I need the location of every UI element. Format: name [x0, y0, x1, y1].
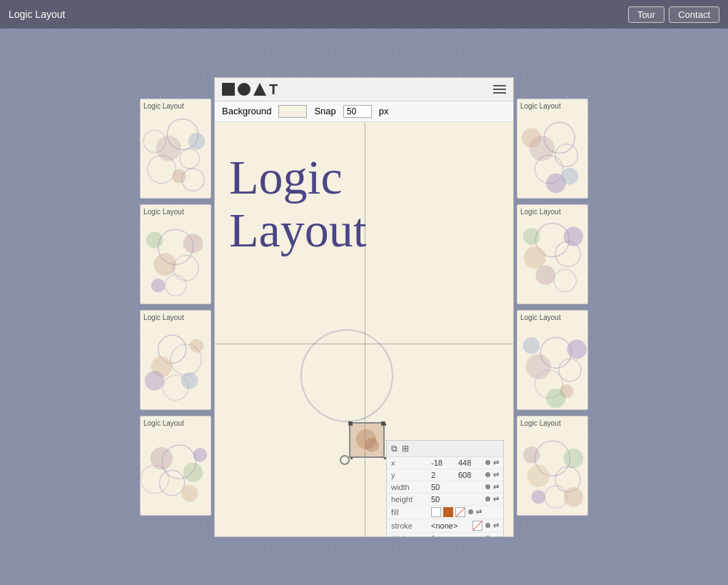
fill-orange-swatch[interactable]: [443, 507, 453, 517]
svg-point-51: [559, 359, 581, 381]
canvas-title: Logic Layout: [229, 151, 367, 258]
svg-point-45: [535, 265, 555, 284]
prop-dot: [485, 496, 490, 501]
logo-square: [222, 83, 235, 96]
svg-point-12: [183, 234, 203, 253]
prop-stroke-label: stroke: [391, 521, 428, 530]
prop-thickness-value[interactable]: 1: [431, 534, 482, 536]
decorative-circle: [300, 329, 393, 422]
svg-point-43: [524, 246, 546, 268]
prop-dot: [485, 484, 490, 489]
bg-label: Background: [222, 106, 271, 116]
left-thumb-3[interactable]: Logic Layout: [140, 310, 211, 410]
svg-point-47: [523, 228, 540, 245]
prop-y-val1[interactable]: 2: [431, 471, 455, 479]
prop-stroke-value[interactable]: <none>: [431, 521, 470, 530]
topbar-buttons: Tour Contact: [628, 6, 719, 23]
logo-circle: [238, 83, 251, 96]
svg-point-13: [165, 274, 186, 295]
svg-point-11: [146, 231, 163, 249]
prop-width-label: width: [391, 483, 428, 491]
thumb-title: Logic Layout: [517, 416, 587, 429]
thumb-title: Logic Layout: [141, 416, 211, 429]
prop-fill-row: fill ⇄: [387, 506, 503, 519]
fill-none-swatch[interactable]: [455, 507, 465, 517]
properties-panel: ⧉ ⊞ x -18 448 ⇄ y 2 608: [386, 440, 504, 536]
prop-y-label: y: [391, 471, 428, 479]
stroke-none-swatch[interactable]: [472, 521, 482, 531]
app-title: Logic Layout: [9, 9, 65, 20]
connector-node[interactable]: [340, 455, 350, 465]
svg-point-28: [193, 448, 207, 462]
prop-link[interactable]: ⇄: [493, 495, 499, 503]
svg-point-64: [564, 486, 583, 506]
selected-element[interactable]: [349, 422, 385, 458]
prop-width-value[interactable]: 50: [431, 483, 482, 491]
prop-y-row: y 2 608 ⇄: [387, 469, 503, 481]
props-icons-row: ⧉ ⊞: [387, 441, 503, 457]
thumb-title: Logic Layout: [517, 311, 587, 324]
left-thumb-1[interactable]: Logic Layout: [140, 99, 211, 199]
prop-link[interactable]: ⇄: [493, 459, 499, 466]
svg-point-56: [546, 388, 565, 407]
svg-point-41: [546, 173, 565, 192]
prop-x-label: x: [391, 459, 428, 467]
canvas-toolbar: T: [215, 78, 513, 101]
svg-rect-31: [350, 424, 353, 426]
contact-button[interactable]: Contact: [669, 6, 719, 23]
main-area: Logic Layout Logic Layout: [0, 29, 728, 585]
svg-point-54: [523, 337, 540, 354]
copy-icon[interactable]: ⧉: [391, 444, 398, 454]
logo-triangle: [253, 83, 266, 96]
prop-y-val2[interactable]: 608: [458, 471, 482, 479]
svg-point-2: [180, 149, 199, 168]
prop-x-val2[interactable]: 448: [458, 459, 482, 467]
bg-row: Background Snap px: [215, 101, 513, 122]
paste-icon[interactable]: ⊞: [402, 444, 409, 454]
left-thumb-2[interactable]: Logic Layout: [140, 204, 211, 304]
prop-link[interactable]: ⇄: [476, 508, 482, 516]
svg-point-24: [183, 462, 203, 481]
center-panel: T Background Snap px: [214, 77, 514, 537]
snap-label: Snap: [314, 106, 335, 116]
fill-white-swatch[interactable]: [431, 507, 441, 517]
logo-icons: T: [222, 82, 278, 96]
thumb-title: Logic Layout: [517, 99, 587, 112]
thumb-title: Logic Layout: [141, 99, 211, 112]
thumb-title: Logic Layout: [141, 205, 211, 218]
svg-point-63: [532, 489, 546, 504]
snap-input[interactable]: [343, 105, 372, 118]
svg-point-18: [181, 372, 198, 389]
prop-link[interactable]: ⇄: [493, 534, 499, 536]
toolbar-menu[interactable]: [493, 85, 506, 94]
layout-wrapper: Logic Layout Logic Layout: [137, 77, 591, 537]
prop-link[interactable]: ⇄: [493, 521, 499, 529]
canvas-area[interactable]: Logic Layout: [215, 122, 513, 536]
fill-swatches: [431, 507, 465, 517]
prop-x-val1[interactable]: -18: [431, 459, 455, 467]
prop-dot: [485, 536, 490, 536]
prop-link[interactable]: ⇄: [493, 483, 499, 491]
hamburger-icon[interactable]: [493, 85, 506, 94]
right-thumb-3[interactable]: Logic Layout: [517, 310, 588, 410]
right-thumb-1[interactable]: Logic Layout: [517, 99, 588, 199]
right-thumb-4[interactable]: Logic Layout: [517, 416, 588, 516]
right-thumbnails: Logic Layout Logic Layout: [514, 96, 591, 519]
prop-fill-label: fill: [391, 508, 428, 516]
svg-point-37: [555, 144, 577, 166]
topbar: Logic Layout Tour Contact: [0, 0, 728, 29]
prop-thickness-label: thickness: [391, 534, 428, 536]
svg-point-27: [141, 465, 168, 493]
svg-point-58: [527, 464, 550, 486]
prop-dot: [485, 472, 490, 477]
svg-point-5: [188, 133, 206, 150]
prop-height-label: height: [391, 495, 428, 504]
prop-link[interactable]: ⇄: [493, 471, 499, 479]
right-thumb-2[interactable]: Logic Layout: [517, 204, 588, 304]
svg-point-30: [365, 438, 379, 452]
prop-dot: [485, 523, 490, 528]
tour-button[interactable]: Tour: [628, 6, 664, 23]
prop-height-value[interactable]: 50: [431, 495, 482, 504]
left-thumb-4[interactable]: Logic Layout: [140, 416, 211, 516]
bg-color-swatch[interactable]: [278, 105, 307, 118]
